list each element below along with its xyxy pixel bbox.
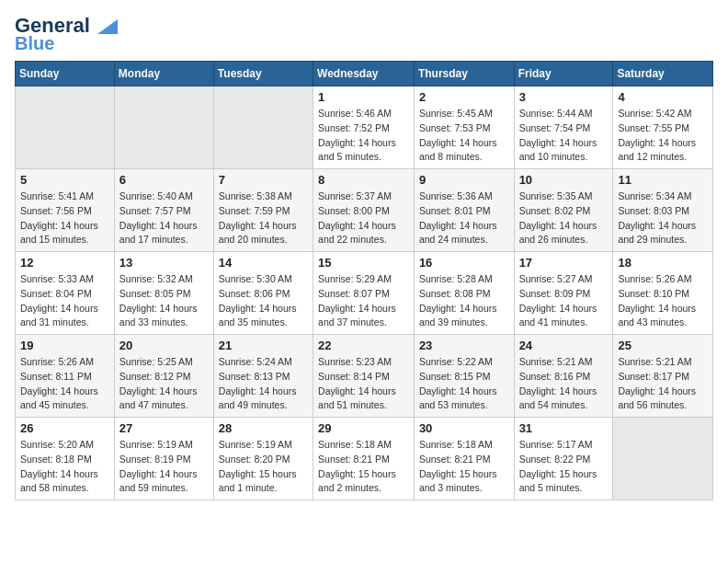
day-info: Sunrise: 5:25 AM Sunset: 8:12 PM Dayligh…	[119, 355, 209, 413]
day-number: 19	[20, 339, 109, 352]
day-number: 20	[119, 339, 209, 352]
calendar-cell: 30Sunrise: 5:18 AM Sunset: 8:21 PM Dayli…	[414, 418, 514, 500]
day-info: Sunrise: 5:27 AM Sunset: 8:09 PM Dayligh…	[519, 272, 609, 330]
day-info: Sunrise: 5:45 AM Sunset: 7:53 PM Dayligh…	[419, 107, 509, 165]
calendar-cell: 1Sunrise: 5:46 AM Sunset: 7:52 PM Daylig…	[313, 86, 415, 169]
calendar-week-row: 1Sunrise: 5:46 AM Sunset: 7:52 PM Daylig…	[16, 86, 713, 169]
day-number: 22	[318, 339, 409, 352]
day-number: 28	[219, 421, 308, 435]
calendar-cell: 2Sunrise: 5:45 AM Sunset: 7:53 PM Daylig…	[414, 86, 514, 169]
calendar-cell: 15Sunrise: 5:29 AM Sunset: 8:07 PM Dayli…	[313, 252, 415, 335]
day-number: 13	[119, 256, 209, 270]
calendar-week-row: 19Sunrise: 5:26 AM Sunset: 8:11 PM Dayli…	[16, 335, 713, 418]
day-info: Sunrise: 5:35 AM Sunset: 8:02 PM Dayligh…	[519, 190, 609, 247]
day-info: Sunrise: 5:21 AM Sunset: 8:17 PM Dayligh…	[618, 355, 708, 413]
day-number: 8	[318, 173, 409, 187]
calendar-table: SundayMondayTuesdayWednesdayThursdayFrid…	[15, 61, 713, 500]
day-info: Sunrise: 5:17 AM Sunset: 8:22 PM Dayligh…	[519, 438, 609, 496]
day-info: Sunrise: 5:26 AM Sunset: 8:11 PM Dayligh…	[20, 355, 109, 413]
calendar-cell: 7Sunrise: 5:38 AM Sunset: 7:59 PM Daylig…	[213, 169, 313, 252]
calendar-cell	[16, 86, 115, 169]
day-info: Sunrise: 5:41 AM Sunset: 7:56 PM Dayligh…	[20, 190, 109, 247]
calendar-cell	[114, 86, 213, 169]
weekday-header-cell: Sunday	[16, 62, 115, 86]
day-number: 29	[318, 421, 409, 435]
day-number: 24	[519, 339, 609, 352]
day-number: 12	[20, 256, 109, 270]
calendar-cell: 19Sunrise: 5:26 AM Sunset: 8:11 PM Dayli…	[16, 335, 115, 418]
calendar-cell: 25Sunrise: 5:21 AM Sunset: 8:17 PM Dayli…	[613, 335, 713, 418]
calendar-body: 1Sunrise: 5:46 AM Sunset: 7:52 PM Daylig…	[16, 86, 713, 500]
day-info: Sunrise: 5:42 AM Sunset: 7:55 PM Dayligh…	[618, 107, 708, 165]
weekday-header-cell: Saturday	[613, 62, 713, 86]
calendar-cell: 4Sunrise: 5:42 AM Sunset: 7:55 PM Daylig…	[613, 86, 713, 169]
day-info: Sunrise: 5:44 AM Sunset: 7:54 PM Dayligh…	[519, 107, 609, 165]
calendar-cell: 3Sunrise: 5:44 AM Sunset: 7:54 PM Daylig…	[514, 86, 613, 169]
day-number: 21	[219, 339, 308, 352]
calendar-cell: 12Sunrise: 5:33 AM Sunset: 8:04 PM Dayli…	[16, 252, 115, 335]
weekday-header-cell: Monday	[114, 62, 213, 86]
svg-marker-0	[97, 19, 118, 34]
day-info: Sunrise: 5:20 AM Sunset: 8:18 PM Dayligh…	[20, 438, 109, 496]
day-info: Sunrise: 5:23 AM Sunset: 8:14 PM Dayligh…	[318, 355, 409, 413]
day-info: Sunrise: 5:24 AM Sunset: 8:13 PM Dayligh…	[219, 355, 308, 413]
calendar-cell: 18Sunrise: 5:26 AM Sunset: 8:10 PM Dayli…	[613, 252, 713, 335]
weekday-header-cell: Wednesday	[313, 62, 415, 86]
weekday-header-row: SundayMondayTuesdayWednesdayThursdayFrid…	[16, 62, 713, 86]
day-number: 15	[318, 256, 409, 270]
day-number: 14	[219, 256, 308, 270]
day-info: Sunrise: 5:21 AM Sunset: 8:16 PM Dayligh…	[519, 355, 609, 413]
calendar-cell: 24Sunrise: 5:21 AM Sunset: 8:16 PM Dayli…	[514, 335, 613, 418]
day-number: 2	[419, 90, 509, 104]
day-number: 23	[419, 339, 509, 352]
day-number: 31	[519, 421, 609, 435]
day-info: Sunrise: 5:32 AM Sunset: 8:05 PM Dayligh…	[119, 272, 209, 330]
logo-icon	[97, 19, 118, 34]
logo-blue-text: Blue	[15, 33, 54, 53]
calendar-week-row: 12Sunrise: 5:33 AM Sunset: 8:04 PM Dayli…	[16, 252, 713, 335]
day-info: Sunrise: 5:40 AM Sunset: 7:57 PM Dayligh…	[119, 190, 209, 247]
day-number: 4	[618, 90, 708, 104]
calendar-cell: 10Sunrise: 5:35 AM Sunset: 8:02 PM Dayli…	[514, 169, 613, 252]
day-number: 18	[618, 256, 708, 270]
day-info: Sunrise: 5:46 AM Sunset: 7:52 PM Dayligh…	[318, 107, 409, 165]
calendar-cell: 14Sunrise: 5:30 AM Sunset: 8:06 PM Dayli…	[213, 252, 313, 335]
day-number: 26	[20, 421, 109, 435]
calendar-cell: 31Sunrise: 5:17 AM Sunset: 8:22 PM Dayli…	[514, 418, 613, 500]
weekday-header-cell: Tuesday	[213, 62, 313, 86]
day-number: 9	[419, 173, 509, 187]
day-info: Sunrise: 5:37 AM Sunset: 8:00 PM Dayligh…	[318, 190, 409, 247]
calendar-cell: 29Sunrise: 5:18 AM Sunset: 8:21 PM Dayli…	[313, 418, 415, 500]
day-info: Sunrise: 5:29 AM Sunset: 8:07 PM Dayligh…	[318, 272, 409, 330]
day-number: 3	[519, 90, 609, 104]
calendar-cell: 26Sunrise: 5:20 AM Sunset: 8:18 PM Dayli…	[16, 418, 115, 500]
day-number: 17	[519, 256, 609, 270]
calendar-week-row: 5Sunrise: 5:41 AM Sunset: 7:56 PM Daylig…	[16, 169, 713, 252]
day-info: Sunrise: 5:28 AM Sunset: 8:08 PM Dayligh…	[419, 272, 509, 330]
calendar-cell: 8Sunrise: 5:37 AM Sunset: 8:00 PM Daylig…	[313, 169, 415, 252]
day-number: 1	[318, 90, 409, 104]
calendar-cell: 6Sunrise: 5:40 AM Sunset: 7:57 PM Daylig…	[114, 169, 213, 252]
day-info: Sunrise: 5:38 AM Sunset: 7:59 PM Dayligh…	[219, 190, 308, 247]
calendar-cell: 17Sunrise: 5:27 AM Sunset: 8:09 PM Dayli…	[514, 252, 613, 335]
day-info: Sunrise: 5:22 AM Sunset: 8:15 PM Dayligh…	[419, 355, 509, 413]
weekday-header-cell: Thursday	[414, 62, 514, 86]
logo: General Blue	[15, 15, 118, 53]
calendar-cell: 28Sunrise: 5:19 AM Sunset: 8:20 PM Dayli…	[213, 418, 313, 500]
day-info: Sunrise: 5:18 AM Sunset: 8:21 PM Dayligh…	[318, 438, 409, 496]
day-number: 30	[419, 421, 509, 435]
weekday-header-cell: Friday	[514, 62, 613, 86]
day-info: Sunrise: 5:19 AM Sunset: 8:20 PM Dayligh…	[219, 438, 308, 496]
day-number: 11	[618, 173, 708, 187]
day-number: 27	[119, 421, 209, 435]
day-number: 5	[20, 173, 109, 187]
calendar-cell: 11Sunrise: 5:34 AM Sunset: 8:03 PM Dayli…	[613, 169, 713, 252]
page-header: General Blue	[15, 15, 713, 53]
day-info: Sunrise: 5:30 AM Sunset: 8:06 PM Dayligh…	[219, 272, 308, 330]
day-number: 25	[618, 339, 708, 352]
day-info: Sunrise: 5:18 AM Sunset: 8:21 PM Dayligh…	[419, 438, 509, 496]
calendar-cell: 20Sunrise: 5:25 AM Sunset: 8:12 PM Dayli…	[114, 335, 213, 418]
calendar-cell: 22Sunrise: 5:23 AM Sunset: 8:14 PM Dayli…	[313, 335, 415, 418]
day-info: Sunrise: 5:26 AM Sunset: 8:10 PM Dayligh…	[618, 272, 708, 330]
calendar-cell: 9Sunrise: 5:36 AM Sunset: 8:01 PM Daylig…	[414, 169, 514, 252]
